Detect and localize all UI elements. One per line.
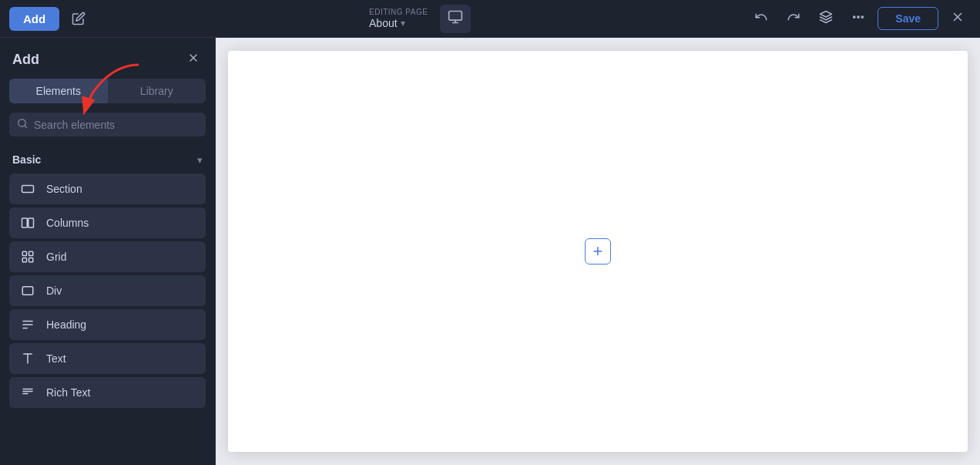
- svg-rect-17: [22, 251, 26, 255]
- sidebar-title: Add: [12, 52, 39, 68]
- section-header-basic[interactable]: Basic ▾: [0, 143, 215, 174]
- section-chevron-icon: ▾: [197, 154, 203, 166]
- redo-icon: [787, 10, 800, 24]
- svg-point-4: [854, 15, 855, 17]
- add-button[interactable]: Add: [9, 7, 59, 31]
- element-label-section: Section: [46, 183, 82, 195]
- element-label-div: Div: [46, 285, 62, 297]
- page-dropdown-chevron: ▾: [401, 18, 405, 29]
- undo-button[interactable]: [748, 5, 774, 32]
- svg-rect-18: [29, 251, 33, 255]
- element-item-div[interactable]: Div: [9, 275, 206, 306]
- element-item-richtext[interactable]: Rich Text: [9, 377, 206, 408]
- richtext-element-icon: [20, 386, 35, 399]
- undo-icon: [754, 10, 768, 24]
- search-icon: [17, 118, 28, 131]
- redo-button[interactable]: [780, 5, 807, 32]
- device-toggle-button[interactable]: [440, 5, 471, 33]
- svg-marker-3: [821, 11, 832, 17]
- sidebar-scrollable: Basic ▾ Section Columns: [0, 143, 215, 465]
- top-header: Add EDITING PAGE About ▾ Save: [0, 0, 980, 38]
- sidebar: Add Elements Library Basic ▾: [0, 38, 216, 465]
- more-dots-icon: [851, 10, 865, 24]
- search-row: [9, 113, 206, 136]
- div-element-icon: [20, 284, 35, 298]
- element-item-heading[interactable]: Heading: [9, 309, 206, 340]
- element-item-text[interactable]: Text: [9, 343, 206, 374]
- header-center: EDITING PAGE About ▾: [98, 5, 742, 33]
- element-list: Section Columns Grid: [0, 174, 215, 414]
- element-label-grid: Grid: [46, 251, 66, 263]
- sidebar-header: Add: [0, 38, 215, 79]
- search-input[interactable]: [34, 119, 198, 131]
- pencil-icon: [72, 12, 86, 25]
- element-label-text: Text: [46, 352, 66, 365]
- columns-element-icon: [20, 216, 35, 230]
- save-button[interactable]: Save: [878, 7, 938, 30]
- section-element-icon: [20, 182, 35, 196]
- page-name: About: [369, 17, 398, 30]
- canvas-page: +: [228, 51, 968, 452]
- edit-icon-button[interactable]: [65, 7, 92, 30]
- tab-row: Elements Library: [9, 79, 206, 103]
- layers-button[interactable]: [813, 5, 839, 32]
- main-area: Add Elements Library Basic ▾: [0, 38, 980, 465]
- svg-rect-15: [22, 218, 28, 227]
- svg-rect-16: [29, 218, 34, 227]
- tab-library[interactable]: Library: [108, 79, 206, 103]
- element-item-section[interactable]: Section: [9, 174, 206, 204]
- close-icon: [951, 10, 965, 24]
- svg-rect-20: [29, 258, 33, 262]
- section-label: Basic: [12, 153, 41, 166]
- svg-rect-19: [22, 258, 26, 262]
- svg-point-6: [861, 15, 863, 17]
- editing-label: EDITING PAGE: [369, 8, 428, 17]
- heading-element-icon: [20, 318, 35, 332]
- sidebar-close-button[interactable]: [184, 50, 203, 69]
- canvas-add-button[interactable]: +: [585, 238, 611, 265]
- svg-line-13: [25, 126, 27, 128]
- layers-icon: [819, 10, 833, 24]
- text-element-icon: [20, 352, 35, 366]
- grid-element-icon: [20, 250, 35, 264]
- editing-page-info: EDITING PAGE About ▾: [369, 8, 428, 30]
- page-name-row[interactable]: About ▾: [369, 17, 405, 30]
- svg-rect-14: [22, 186, 34, 193]
- plus-icon: +: [593, 243, 603, 260]
- svg-rect-21: [22, 287, 33, 295]
- monitor-icon: [448, 9, 463, 25]
- header-right: Save: [748, 5, 971, 32]
- element-label-columns: Columns: [46, 217, 89, 229]
- sidebar-close-icon: [187, 52, 200, 64]
- canvas-area: +: [216, 38, 980, 465]
- element-label-heading: Heading: [46, 318, 86, 331]
- more-options-button[interactable]: [845, 5, 871, 32]
- svg-point-5: [858, 15, 859, 17]
- search-wrapper: [9, 113, 206, 136]
- element-label-richtext: Rich Text: [46, 386, 90, 399]
- tab-elements[interactable]: Elements: [9, 79, 108, 103]
- element-item-grid[interactable]: Grid: [9, 241, 206, 272]
- element-item-columns[interactable]: Columns: [9, 207, 206, 238]
- svg-rect-0: [449, 11, 462, 20]
- close-button[interactable]: [945, 5, 971, 32]
